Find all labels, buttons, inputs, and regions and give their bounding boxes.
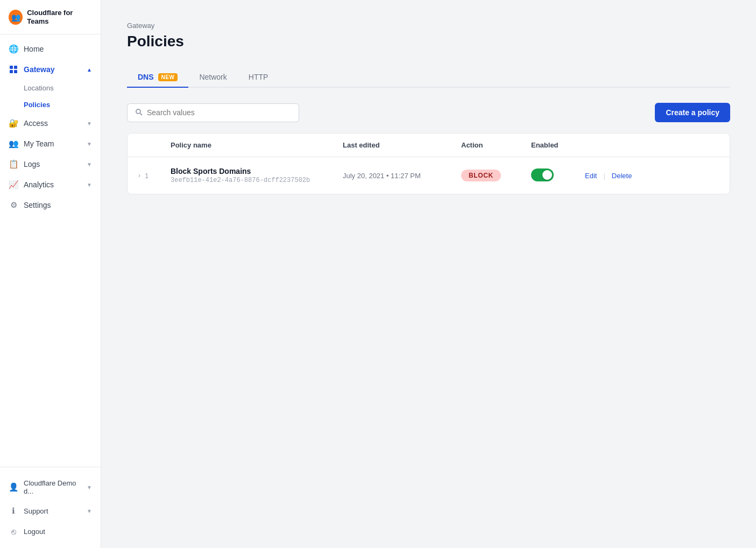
svg-rect-2 bbox=[10, 70, 13, 73]
sidebar-item-support[interactable]: ℹ Support ▼ bbox=[0, 501, 101, 521]
sidebar-item-locations[interactable]: Locations bbox=[0, 80, 101, 96]
row-actions: Edit | Delete bbox=[585, 172, 719, 180]
account-chevron: ▼ bbox=[87, 484, 92, 490]
sidebar-item-gateway[interactable]: Gateway ▲ bbox=[0, 59, 101, 80]
svg-rect-0 bbox=[10, 66, 13, 69]
sidebar-bottom: 👤 Cloudflare Demo d... ▼ ℹ Support ▼ ⎋ L… bbox=[0, 467, 101, 548]
row-number: 1 bbox=[145, 172, 149, 180]
analytics-chevron: ▼ bbox=[87, 182, 92, 188]
last-edited-cell: July 20, 2021 • 11:27 PM bbox=[332, 157, 450, 194]
sidebar-item-support-label: Support bbox=[24, 507, 48, 515]
enabled-cell bbox=[520, 157, 574, 194]
account-icon: 👤 bbox=[9, 482, 18, 492]
sidebar-nav: 🌐 Home Gateway ▲ Locations Policies 🔐 Ac… bbox=[0, 34, 101, 467]
gateway-chevron: ▲ bbox=[87, 67, 92, 73]
tab-dns-label: DNS bbox=[138, 73, 154, 81]
tab-network-label: Network bbox=[199, 73, 227, 81]
policies-table: Policy name Last edited Action Enabled ›… bbox=[127, 133, 730, 194]
sidebar: 👥 Cloudflare for Teams 🌐 Home Gateway ▲ … bbox=[0, 0, 101, 548]
create-policy-button[interactable]: Create a policy bbox=[655, 103, 730, 122]
sidebar-item-access[interactable]: 🔐 Access ▼ bbox=[0, 113, 101, 134]
policy-name-cell: Block Sports Domains 3eefb11e-41e2-4a76-… bbox=[160, 157, 332, 194]
tab-http[interactable]: HTTP bbox=[238, 67, 279, 88]
sidebar-item-myteam-label: My Team bbox=[24, 139, 54, 148]
policy-name: Block Sports Domains bbox=[171, 167, 321, 175]
logo-text: Cloudflare for Teams bbox=[27, 9, 92, 25]
sidebar-item-account[interactable]: 👤 Cloudflare Demo d... ▼ bbox=[0, 474, 101, 501]
home-icon: 🌐 bbox=[9, 44, 18, 54]
search-icon bbox=[135, 108, 143, 117]
main-content: Gateway Policies DNS NEW Network HTTP Cr… bbox=[101, 0, 756, 548]
page-title: Policies bbox=[127, 33, 730, 50]
sidebar-item-logs[interactable]: 📋 Logs ▼ bbox=[0, 154, 101, 174]
analytics-icon: 📈 bbox=[9, 180, 18, 189]
row-expand-icon[interactable]: › bbox=[138, 172, 140, 179]
svg-point-4 bbox=[136, 109, 140, 114]
delete-button[interactable]: Delete bbox=[612, 172, 632, 180]
sidebar-item-settings-label: Settings bbox=[24, 201, 51, 209]
col-header-num bbox=[128, 134, 160, 157]
settings-icon: ⚙ bbox=[9, 200, 18, 210]
last-edited-value: July 20, 2021 • 11:27 PM bbox=[343, 172, 421, 180]
myteam-icon: 👥 bbox=[9, 139, 18, 149]
col-header-policy-name: Policy name bbox=[160, 134, 332, 157]
sidebar-item-gateway-label: Gateway bbox=[24, 65, 55, 74]
col-header-enabled: Enabled bbox=[520, 134, 574, 157]
tab-dns[interactable]: DNS NEW bbox=[127, 67, 188, 88]
sidebar-item-access-label: Access bbox=[24, 119, 48, 128]
sidebar-item-locations-label: Locations bbox=[24, 84, 54, 92]
app-logo[interactable]: 👥 Cloudflare for Teams bbox=[0, 0, 101, 34]
logs-icon: 📋 bbox=[9, 159, 18, 169]
svg-rect-1 bbox=[14, 66, 17, 69]
tab-http-label: HTTP bbox=[249, 73, 269, 81]
row-divider: | bbox=[603, 172, 605, 180]
row-expand-cell: › 1 bbox=[128, 157, 160, 194]
edit-button[interactable]: Edit bbox=[585, 172, 597, 180]
toggle-knob bbox=[542, 170, 552, 180]
access-icon: 🔐 bbox=[9, 118, 18, 128]
sidebar-item-myteam[interactable]: 👥 My Team ▼ bbox=[0, 134, 101, 154]
toolbar: Create a policy bbox=[127, 103, 730, 122]
sidebar-item-analytics[interactable]: 📈 Analytics ▼ bbox=[0, 174, 101, 195]
myteam-chevron: ▼ bbox=[87, 141, 92, 147]
breadcrumb: Gateway bbox=[127, 22, 730, 30]
sidebar-item-logout[interactable]: ⎋ Logout bbox=[0, 521, 101, 542]
sidebar-item-settings[interactable]: ⚙ Settings bbox=[0, 195, 101, 215]
sidebar-item-logs-label: Logs bbox=[24, 160, 40, 168]
table-row: › 1 Block Sports Domains 3eefb11e-41e2-4… bbox=[128, 157, 730, 194]
action-badge: BLOCK bbox=[461, 170, 501, 181]
col-header-action: Action bbox=[450, 134, 520, 157]
sidebar-item-policies[interactable]: Policies bbox=[0, 96, 101, 113]
logout-icon: ⎋ bbox=[9, 526, 18, 536]
tab-bar: DNS NEW Network HTTP bbox=[127, 67, 730, 88]
sidebar-item-home-label: Home bbox=[24, 45, 44, 53]
row-operations-cell: Edit | Delete bbox=[574, 157, 730, 194]
search-box[interactable] bbox=[127, 103, 299, 122]
search-input[interactable] bbox=[147, 108, 291, 117]
tab-dns-badge: NEW bbox=[158, 73, 178, 81]
svg-rect-3 bbox=[14, 70, 17, 73]
logo-icon: 👥 bbox=[9, 10, 23, 25]
access-chevron: ▼ bbox=[87, 121, 92, 127]
tab-network[interactable]: Network bbox=[188, 67, 237, 88]
sidebar-item-policies-label: Policies bbox=[24, 101, 50, 109]
enabled-toggle[interactable] bbox=[531, 168, 554, 181]
sidebar-item-account-label: Cloudflare Demo d... bbox=[24, 479, 81, 495]
svg-line-5 bbox=[140, 113, 143, 115]
sidebar-item-analytics-label: Analytics bbox=[24, 180, 54, 189]
action-cell: BLOCK bbox=[450, 157, 520, 194]
col-header-ops bbox=[574, 134, 730, 157]
logs-chevron: ▼ bbox=[87, 161, 92, 167]
col-header-last-edited: Last edited bbox=[332, 134, 450, 157]
sidebar-item-logout-label: Logout bbox=[24, 528, 45, 536]
sidebar-item-home[interactable]: 🌐 Home bbox=[0, 39, 101, 59]
policy-id: 3eefb11e-41e2-4a76-8876-dcff2237502b bbox=[171, 177, 321, 184]
gateway-icon bbox=[9, 65, 18, 74]
support-chevron: ▼ bbox=[87, 508, 92, 514]
support-icon: ℹ bbox=[9, 506, 18, 516]
